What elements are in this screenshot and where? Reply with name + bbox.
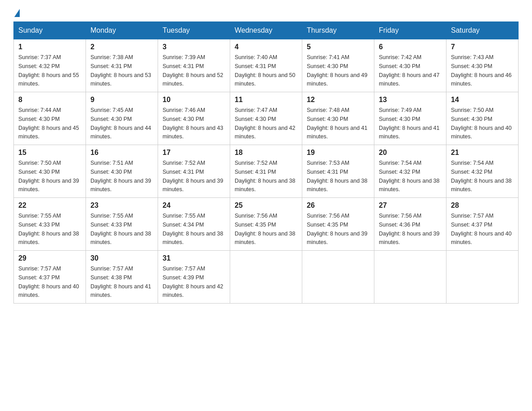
day-number: 4	[235, 43, 297, 51]
day-info: Sunrise: 7:56 AMSunset: 4:36 PMDaylight:…	[379, 213, 440, 245]
day-number: 7	[451, 43, 514, 51]
day-number: 1	[18, 43, 81, 51]
day-number: 11	[235, 96, 297, 104]
day-info: Sunrise: 7:55 AMSunset: 4:34 PMDaylight:…	[163, 213, 223, 245]
day-info: Sunrise: 7:57 AMSunset: 4:39 PMDaylight:…	[163, 265, 223, 298]
calendar-cell: 21 Sunrise: 7:54 AMSunset: 4:32 PMDaylig…	[446, 145, 519, 198]
day-info: Sunrise: 7:45 AMSunset: 4:30 PMDaylight:…	[90, 107, 151, 140]
calendar-cell: 23 Sunrise: 7:55 AMSunset: 4:33 PMDaylig…	[86, 198, 158, 251]
day-number: 28	[451, 201, 514, 210]
day-header-sunday: Sunday	[14, 22, 86, 39]
calendar-cell: 24 Sunrise: 7:55 AMSunset: 4:34 PMDaylig…	[158, 198, 230, 251]
calendar-cell	[302, 251, 374, 304]
day-number: 31	[163, 254, 225, 262]
day-header-wednesday: Wednesday	[230, 22, 302, 39]
day-info: Sunrise: 7:46 AMSunset: 4:30 PMDaylight:…	[163, 107, 223, 140]
day-number: 12	[307, 96, 369, 104]
day-number: 16	[90, 149, 153, 157]
day-number: 17	[163, 149, 225, 157]
calendar-cell	[374, 251, 446, 304]
calendar-table: SundayMondayTuesdayWednesdayThursdayFrid…	[13, 21, 519, 304]
day-number: 23	[90, 201, 153, 210]
day-header-monday: Monday	[86, 22, 158, 39]
calendar-week-row: 15 Sunrise: 7:50 AMSunset: 4:30 PMDaylig…	[14, 145, 519, 198]
calendar-week-row: 22 Sunrise: 7:55 AMSunset: 4:33 PMDaylig…	[14, 198, 519, 251]
day-info: Sunrise: 7:50 AMSunset: 4:30 PMDaylight:…	[18, 160, 79, 193]
calendar-cell: 10 Sunrise: 7:46 AMSunset: 4:30 PMDaylig…	[158, 92, 230, 145]
day-number: 18	[235, 149, 297, 157]
day-number: 10	[163, 96, 225, 104]
calendar-cell: 13 Sunrise: 7:49 AMSunset: 4:30 PMDaylig…	[374, 92, 446, 145]
day-header-saturday: Saturday	[446, 22, 519, 39]
day-number: 22	[18, 201, 81, 210]
day-number: 9	[90, 96, 153, 104]
day-info: Sunrise: 7:52 AMSunset: 4:31 PMDaylight:…	[163, 160, 223, 193]
day-header-tuesday: Tuesday	[158, 22, 230, 39]
day-info: Sunrise: 7:41 AMSunset: 4:30 PMDaylight:…	[307, 54, 368, 87]
calendar-week-row: 29 Sunrise: 7:57 AMSunset: 4:37 PMDaylig…	[14, 251, 519, 304]
day-number: 13	[379, 96, 442, 104]
day-number: 14	[451, 96, 514, 104]
calendar-cell: 6 Sunrise: 7:42 AMSunset: 4:30 PMDayligh…	[374, 39, 446, 92]
day-number: 6	[379, 43, 442, 51]
calendar-cell: 8 Sunrise: 7:44 AMSunset: 4:30 PMDayligh…	[14, 92, 86, 145]
day-info: Sunrise: 7:40 AMSunset: 4:31 PMDaylight:…	[235, 54, 296, 87]
calendar-cell: 20 Sunrise: 7:54 AMSunset: 4:32 PMDaylig…	[374, 145, 446, 198]
day-info: Sunrise: 7:54 AMSunset: 4:32 PMDaylight:…	[451, 160, 512, 193]
calendar-cell: 22 Sunrise: 7:55 AMSunset: 4:33 PMDaylig…	[14, 198, 86, 251]
day-number: 30	[90, 254, 153, 262]
day-info: Sunrise: 7:48 AMSunset: 4:30 PMDaylight:…	[307, 107, 368, 140]
day-number: 3	[163, 43, 225, 51]
day-number: 15	[18, 149, 81, 157]
calendar-cell: 14 Sunrise: 7:50 AMSunset: 4:30 PMDaylig…	[446, 92, 519, 145]
day-info: Sunrise: 7:42 AMSunset: 4:30 PMDaylight:…	[379, 54, 440, 87]
calendar-cell: 25 Sunrise: 7:56 AMSunset: 4:35 PMDaylig…	[230, 198, 302, 251]
day-info: Sunrise: 7:43 AMSunset: 4:30 PMDaylight:…	[451, 54, 512, 87]
calendar-header-row: SundayMondayTuesdayWednesdayThursdayFrid…	[14, 22, 519, 39]
day-number: 24	[163, 201, 225, 210]
day-number: 20	[379, 149, 442, 157]
calendar-cell: 28 Sunrise: 7:57 AMSunset: 4:37 PMDaylig…	[446, 198, 519, 251]
day-info: Sunrise: 7:44 AMSunset: 4:30 PMDaylight:…	[18, 107, 79, 140]
day-info: Sunrise: 7:49 AMSunset: 4:30 PMDaylight:…	[379, 107, 440, 140]
calendar-cell: 30 Sunrise: 7:57 AMSunset: 4:38 PMDaylig…	[86, 251, 158, 304]
day-number: 19	[307, 149, 369, 157]
day-number: 26	[307, 201, 369, 210]
calendar-week-row: 8 Sunrise: 7:44 AMSunset: 4:30 PMDayligh…	[14, 92, 519, 145]
logo-triangle-icon	[14, 9, 20, 17]
day-number: 2	[90, 43, 153, 51]
day-header-thursday: Thursday	[302, 22, 374, 39]
day-info: Sunrise: 7:57 AMSunset: 4:37 PMDaylight:…	[451, 213, 512, 245]
day-info: Sunrise: 7:39 AMSunset: 4:31 PMDaylight:…	[163, 54, 223, 87]
calendar-cell: 31 Sunrise: 7:57 AMSunset: 4:39 PMDaylig…	[158, 251, 230, 304]
day-info: Sunrise: 7:51 AMSunset: 4:30 PMDaylight:…	[90, 160, 151, 193]
calendar-cell: 12 Sunrise: 7:48 AMSunset: 4:30 PMDaylig…	[302, 92, 374, 145]
calendar-cell	[230, 251, 302, 304]
calendar-cell: 29 Sunrise: 7:57 AMSunset: 4:37 PMDaylig…	[14, 251, 86, 304]
calendar-cell: 2 Sunrise: 7:38 AMSunset: 4:31 PMDayligh…	[86, 39, 158, 92]
day-info: Sunrise: 7:55 AMSunset: 4:33 PMDaylight:…	[18, 213, 79, 245]
calendar-cell: 9 Sunrise: 7:45 AMSunset: 4:30 PMDayligh…	[86, 92, 158, 145]
calendar-cell: 15 Sunrise: 7:50 AMSunset: 4:30 PMDaylig…	[14, 145, 86, 198]
calendar-cell: 7 Sunrise: 7:43 AMSunset: 4:30 PMDayligh…	[446, 39, 519, 92]
day-number: 29	[18, 254, 81, 262]
day-info: Sunrise: 7:38 AMSunset: 4:31 PMDaylight:…	[90, 54, 151, 87]
calendar-cell	[446, 251, 519, 304]
calendar-cell: 11 Sunrise: 7:47 AMSunset: 4:30 PMDaylig…	[230, 92, 302, 145]
day-info: Sunrise: 7:47 AMSunset: 4:30 PMDaylight:…	[235, 107, 296, 140]
day-info: Sunrise: 7:57 AMSunset: 4:38 PMDaylight:…	[90, 265, 151, 298]
day-info: Sunrise: 7:50 AMSunset: 4:30 PMDaylight:…	[451, 107, 512, 140]
calendar-cell: 19 Sunrise: 7:53 AMSunset: 4:31 PMDaylig…	[302, 145, 374, 198]
day-number: 5	[307, 43, 369, 51]
calendar-week-row: 1 Sunrise: 7:37 AMSunset: 4:32 PMDayligh…	[14, 39, 519, 92]
day-info: Sunrise: 7:52 AMSunset: 4:31 PMDaylight:…	[235, 160, 296, 193]
day-info: Sunrise: 7:56 AMSunset: 4:35 PMDaylight:…	[235, 213, 296, 245]
calendar-cell: 26 Sunrise: 7:56 AMSunset: 4:35 PMDaylig…	[302, 198, 374, 251]
day-info: Sunrise: 7:54 AMSunset: 4:32 PMDaylight:…	[379, 160, 440, 193]
day-number: 27	[379, 201, 442, 210]
calendar-cell: 3 Sunrise: 7:39 AMSunset: 4:31 PMDayligh…	[158, 39, 230, 92]
day-number: 21	[451, 149, 514, 157]
page-header	[13, 9, 519, 17]
calendar-cell: 16 Sunrise: 7:51 AMSunset: 4:30 PMDaylig…	[86, 145, 158, 198]
day-number: 25	[235, 201, 297, 210]
